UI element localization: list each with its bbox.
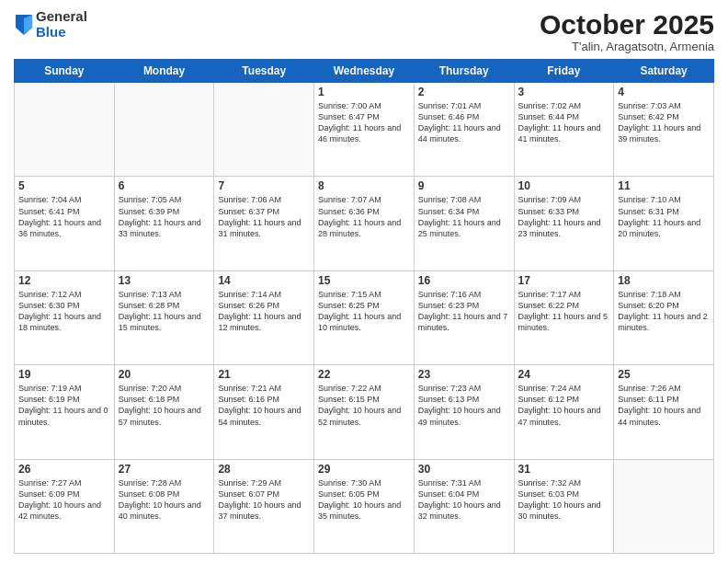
day-info: Sunrise: 7:16 AM Sunset: 6:23 PM Dayligh…: [418, 289, 510, 334]
day-number: 30: [418, 463, 510, 476]
logo: General Blue: [14, 9, 87, 40]
day-info: Sunrise: 7:06 AM Sunset: 6:37 PM Dayligh…: [218, 194, 310, 239]
table-row: 1Sunrise: 7:00 AM Sunset: 6:47 PM Daylig…: [314, 83, 415, 177]
table-row: 10Sunrise: 7:09 AM Sunset: 6:33 PM Dayli…: [514, 177, 614, 270]
day-info: Sunrise: 7:29 AM Sunset: 6:07 PM Dayligh…: [218, 477, 310, 523]
day-number: 15: [318, 274, 410, 287]
day-number: 28: [218, 463, 310, 476]
calendar-table: Sunday Monday Tuesday Wednesday Thursday…: [14, 59, 714, 554]
day-info: Sunrise: 7:21 AM Sunset: 6:16 PM Dayligh…: [218, 383, 310, 428]
day-info: Sunrise: 7:27 AM Sunset: 6:09 PM Dayligh…: [18, 477, 110, 523]
day-number: 5: [18, 179, 110, 192]
day-info: Sunrise: 7:24 AM Sunset: 6:12 PM Dayligh…: [518, 383, 610, 428]
day-number: 9: [418, 179, 510, 192]
table-row: 19Sunrise: 7:19 AM Sunset: 6:19 PM Dayli…: [15, 365, 115, 459]
day-info: Sunrise: 7:15 AM Sunset: 6:25 PM Dayligh…: [318, 289, 410, 334]
day-info: Sunrise: 7:00 AM Sunset: 6:47 PM Dayligh…: [318, 100, 410, 145]
table-row: 28Sunrise: 7:29 AM Sunset: 6:07 PM Dayli…: [214, 459, 314, 553]
day-info: Sunrise: 7:08 AM Sunset: 6:34 PM Dayligh…: [418, 194, 510, 239]
day-number: 3: [518, 86, 610, 98]
table-row: 16Sunrise: 7:16 AM Sunset: 6:23 PM Dayli…: [414, 270, 514, 364]
table-row: 12Sunrise: 7:12 AM Sunset: 6:30 PM Dayli…: [15, 270, 115, 364]
table-row: 25Sunrise: 7:26 AM Sunset: 6:11 PM Dayli…: [614, 365, 714, 459]
calendar-week-row: 26Sunrise: 7:27 AM Sunset: 6:09 PM Dayli…: [15, 459, 714, 553]
day-info: Sunrise: 7:02 AM Sunset: 6:44 PM Dayligh…: [518, 100, 610, 145]
location-subtitle: T'alin, Aragatsotn, Armenia: [540, 40, 714, 53]
month-title: October 2025: [540, 9, 714, 40]
day-number: 7: [218, 179, 310, 192]
day-number: 1: [318, 86, 410, 98]
table-row: 18Sunrise: 7:18 AM Sunset: 6:20 PM Dayli…: [614, 270, 714, 364]
day-info: Sunrise: 7:23 AM Sunset: 6:13 PM Dayligh…: [418, 383, 510, 428]
logo-text: General Blue: [36, 9, 87, 40]
day-info: Sunrise: 7:17 AM Sunset: 6:22 PM Dayligh…: [518, 289, 610, 334]
table-row: 3Sunrise: 7:02 AM Sunset: 6:44 PM Daylig…: [514, 83, 614, 177]
table-row: 22Sunrise: 7:22 AM Sunset: 6:15 PM Dayli…: [314, 365, 415, 459]
table-row: 21Sunrise: 7:21 AM Sunset: 6:16 PM Dayli…: [214, 365, 314, 459]
day-info: Sunrise: 7:09 AM Sunset: 6:33 PM Dayligh…: [518, 194, 610, 239]
day-number: 16: [418, 274, 510, 287]
day-info: Sunrise: 7:30 AM Sunset: 6:05 PM Dayligh…: [318, 477, 410, 523]
logo-blue: Blue: [36, 25, 87, 40]
title-block: October 2025 T'alin, Aragatsotn, Armenia: [540, 9, 714, 53]
calendar-week-row: 19Sunrise: 7:19 AM Sunset: 6:19 PM Dayli…: [15, 365, 714, 459]
day-number: 6: [119, 179, 210, 192]
day-number: 25: [618, 368, 710, 381]
day-number: 17: [518, 274, 610, 287]
table-row: 30Sunrise: 7:31 AM Sunset: 6:04 PM Dayli…: [414, 459, 514, 553]
day-number: 8: [318, 179, 410, 192]
day-number: 23: [418, 368, 510, 381]
logo-icon: [16, 15, 32, 35]
table-row: 8Sunrise: 7:07 AM Sunset: 6:36 PM Daylig…: [314, 177, 415, 270]
day-number: 26: [18, 463, 110, 476]
table-row: 24Sunrise: 7:24 AM Sunset: 6:12 PM Dayli…: [514, 365, 614, 459]
table-row: 6Sunrise: 7:05 AM Sunset: 6:39 PM Daylig…: [114, 177, 214, 270]
table-row: 5Sunrise: 7:04 AM Sunset: 6:41 PM Daylig…: [15, 177, 115, 270]
table-row: 2Sunrise: 7:01 AM Sunset: 6:46 PM Daylig…: [414, 83, 514, 177]
table-row: [114, 83, 214, 177]
table-row: 17Sunrise: 7:17 AM Sunset: 6:22 PM Dayli…: [514, 270, 614, 364]
table-row: 4Sunrise: 7:03 AM Sunset: 6:42 PM Daylig…: [614, 83, 714, 177]
table-row: 23Sunrise: 7:23 AM Sunset: 6:13 PM Dayli…: [414, 365, 514, 459]
table-row: [614, 459, 714, 553]
day-number: 10: [518, 179, 610, 192]
day-info: Sunrise: 7:12 AM Sunset: 6:30 PM Dayligh…: [18, 289, 110, 334]
calendar-week-row: 1Sunrise: 7:00 AM Sunset: 6:47 PM Daylig…: [15, 83, 714, 177]
calendar-week-row: 5Sunrise: 7:04 AM Sunset: 6:41 PM Daylig…: [15, 177, 714, 270]
day-info: Sunrise: 7:20 AM Sunset: 6:18 PM Dayligh…: [119, 383, 210, 428]
calendar-week-row: 12Sunrise: 7:12 AM Sunset: 6:30 PM Dayli…: [15, 270, 714, 364]
col-saturday: Saturday: [614, 60, 714, 83]
table-row: 29Sunrise: 7:30 AM Sunset: 6:05 PM Dayli…: [314, 459, 415, 553]
day-number: 12: [18, 274, 110, 287]
day-number: 18: [618, 274, 710, 287]
table-row: 31Sunrise: 7:32 AM Sunset: 6:03 PM Dayli…: [514, 459, 614, 553]
col-tuesday: Tuesday: [214, 60, 314, 83]
calendar-header-row: Sunday Monday Tuesday Wednesday Thursday…: [15, 60, 714, 83]
day-info: Sunrise: 7:05 AM Sunset: 6:39 PM Dayligh…: [119, 194, 210, 239]
day-info: Sunrise: 7:01 AM Sunset: 6:46 PM Dayligh…: [418, 100, 510, 145]
table-row: 26Sunrise: 7:27 AM Sunset: 6:09 PM Dayli…: [15, 459, 115, 553]
day-number: 31: [518, 463, 610, 476]
table-row: 7Sunrise: 7:06 AM Sunset: 6:37 PM Daylig…: [214, 177, 314, 270]
day-number: 21: [218, 368, 310, 381]
col-wednesday: Wednesday: [314, 60, 415, 83]
day-number: 29: [318, 463, 410, 476]
day-info: Sunrise: 7:26 AM Sunset: 6:11 PM Dayligh…: [618, 383, 710, 428]
col-thursday: Thursday: [414, 60, 514, 83]
day-info: Sunrise: 7:04 AM Sunset: 6:41 PM Dayligh…: [18, 194, 110, 239]
day-info: Sunrise: 7:18 AM Sunset: 6:20 PM Dayligh…: [618, 289, 710, 334]
table-row: 9Sunrise: 7:08 AM Sunset: 6:34 PM Daylig…: [414, 177, 514, 270]
day-number: 20: [119, 368, 210, 381]
table-row: 11Sunrise: 7:10 AM Sunset: 6:31 PM Dayli…: [614, 177, 714, 270]
day-info: Sunrise: 7:14 AM Sunset: 6:26 PM Dayligh…: [218, 289, 310, 334]
day-number: 2: [418, 86, 510, 98]
day-number: 27: [119, 463, 210, 476]
table-row: 20Sunrise: 7:20 AM Sunset: 6:18 PM Dayli…: [114, 365, 214, 459]
day-number: 24: [518, 368, 610, 381]
day-info: Sunrise: 7:03 AM Sunset: 6:42 PM Dayligh…: [618, 100, 710, 145]
day-info: Sunrise: 7:32 AM Sunset: 6:03 PM Dayligh…: [518, 477, 610, 523]
day-number: 14: [218, 274, 310, 287]
header: General Blue October 2025 T'alin, Aragat…: [14, 9, 714, 53]
table-row: 15Sunrise: 7:15 AM Sunset: 6:25 PM Dayli…: [314, 270, 415, 364]
day-info: Sunrise: 7:19 AM Sunset: 6:19 PM Dayligh…: [18, 383, 110, 428]
